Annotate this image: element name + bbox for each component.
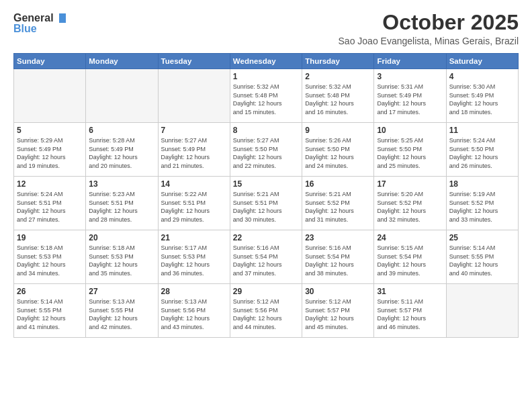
week-row-1: 5Sunrise: 5:29 AM Sunset: 5:49 PM Daylig… bbox=[14, 123, 519, 177]
logo-svg: GeneralBlue bbox=[13, 11, 67, 36]
day-cell: 31Sunrise: 5:11 AM Sunset: 5:57 PM Dayli… bbox=[374, 284, 446, 338]
day-cell: 24Sunrise: 5:15 AM Sunset: 5:54 PM Dayli… bbox=[374, 230, 446, 284]
day-cell: 8Sunrise: 5:27 AM Sunset: 5:50 PM Daylig… bbox=[230, 123, 302, 177]
day-number: 23 bbox=[305, 233, 371, 242]
day-cell: 16Sunrise: 5:21 AM Sunset: 5:52 PM Dayli… bbox=[302, 177, 374, 230]
day-number: 17 bbox=[377, 179, 443, 189]
day-cell: 10Sunrise: 5:25 AM Sunset: 5:50 PM Dayli… bbox=[374, 123, 446, 177]
day-number: 16 bbox=[305, 179, 371, 189]
day-info: Sunrise: 5:15 AM Sunset: 5:54 PM Dayligh… bbox=[377, 244, 443, 277]
week-row-0: 1Sunrise: 5:32 AM Sunset: 5:48 PM Daylig… bbox=[14, 69, 519, 123]
day-cell: 4Sunrise: 5:30 AM Sunset: 5:49 PM Daylig… bbox=[446, 69, 518, 123]
header-cell-sunday: Sunday bbox=[14, 54, 86, 69]
day-cell: 18Sunrise: 5:19 AM Sunset: 5:52 PM Dayli… bbox=[446, 177, 518, 230]
day-number: 14 bbox=[161, 179, 227, 189]
day-info: Sunrise: 5:22 AM Sunset: 5:51 PM Dayligh… bbox=[161, 190, 227, 224]
day-cell: 28Sunrise: 5:13 AM Sunset: 5:56 PM Dayli… bbox=[158, 284, 230, 338]
day-info: Sunrise: 5:14 AM Sunset: 5:55 PM Dayligh… bbox=[17, 298, 83, 331]
month-title: October 2025 bbox=[339, 11, 519, 34]
day-cell: 27Sunrise: 5:13 AM Sunset: 5:55 PM Dayli… bbox=[86, 284, 158, 338]
calendar-table: SundayMondayTuesdayWednesdayThursdayFrid… bbox=[13, 53, 519, 338]
day-cell: 19Sunrise: 5:18 AM Sunset: 5:53 PM Dayli… bbox=[14, 230, 86, 284]
day-info: Sunrise: 5:16 AM Sunset: 5:54 PM Dayligh… bbox=[233, 244, 299, 277]
title-block: October 2025 Sao Joao Evangelista, Minas… bbox=[339, 11, 519, 46]
header-cell-thursday: Thursday bbox=[302, 54, 374, 69]
day-info: Sunrise: 5:31 AM Sunset: 5:49 PM Dayligh… bbox=[377, 83, 443, 116]
day-info: Sunrise: 5:25 AM Sunset: 5:50 PM Dayligh… bbox=[377, 136, 443, 170]
day-info: Sunrise: 5:24 AM Sunset: 5:50 PM Dayligh… bbox=[449, 136, 515, 170]
day-number: 6 bbox=[89, 126, 154, 135]
day-number: 5 bbox=[17, 126, 83, 135]
day-info: Sunrise: 5:17 AM Sunset: 5:53 PM Dayligh… bbox=[161, 244, 227, 277]
day-number: 22 bbox=[233, 233, 299, 242]
day-number: 10 bbox=[377, 126, 443, 135]
day-number: 13 bbox=[89, 179, 154, 189]
day-cell: 11Sunrise: 5:24 AM Sunset: 5:50 PM Dayli… bbox=[446, 123, 518, 177]
calendar-page: GeneralBlue October 2025 Sao Joao Evange… bbox=[0, 0, 532, 411]
day-cell: 22Sunrise: 5:16 AM Sunset: 5:54 PM Dayli… bbox=[230, 230, 302, 284]
header: GeneralBlue October 2025 Sao Joao Evange… bbox=[13, 11, 519, 46]
day-info: Sunrise: 5:12 AM Sunset: 5:57 PM Dayligh… bbox=[305, 298, 371, 331]
day-cell: 21Sunrise: 5:17 AM Sunset: 5:53 PM Dayli… bbox=[158, 230, 230, 284]
week-row-2: 12Sunrise: 5:24 AM Sunset: 5:51 PM Dayli… bbox=[14, 177, 519, 230]
day-cell bbox=[446, 284, 518, 338]
svg-text:Blue: Blue bbox=[13, 23, 37, 34]
day-number: 11 bbox=[449, 126, 515, 135]
day-cell: 6Sunrise: 5:28 AM Sunset: 5:49 PM Daylig… bbox=[86, 123, 158, 177]
day-info: Sunrise: 5:24 AM Sunset: 5:51 PM Dayligh… bbox=[17, 190, 83, 224]
day-number: 19 bbox=[17, 233, 83, 242]
day-info: Sunrise: 5:19 AM Sunset: 5:52 PM Dayligh… bbox=[449, 190, 515, 224]
day-cell: 2Sunrise: 5:32 AM Sunset: 5:48 PM Daylig… bbox=[302, 69, 374, 123]
day-number: 31 bbox=[377, 287, 443, 296]
day-info: Sunrise: 5:20 AM Sunset: 5:52 PM Dayligh… bbox=[377, 190, 443, 224]
day-number: 27 bbox=[89, 287, 154, 296]
location: Sao Joao Evangelista, Minas Gerais, Braz… bbox=[339, 36, 519, 46]
day-number: 9 bbox=[305, 126, 371, 135]
day-cell: 15Sunrise: 5:21 AM Sunset: 5:51 PM Dayli… bbox=[230, 177, 302, 230]
day-cell: 29Sunrise: 5:12 AM Sunset: 5:56 PM Dayli… bbox=[230, 284, 302, 338]
day-cell: 12Sunrise: 5:24 AM Sunset: 5:51 PM Dayli… bbox=[14, 177, 86, 230]
day-cell: 13Sunrise: 5:23 AM Sunset: 5:51 PM Dayli… bbox=[86, 177, 158, 230]
day-cell bbox=[86, 69, 158, 123]
day-number: 18 bbox=[449, 179, 515, 189]
day-info: Sunrise: 5:29 AM Sunset: 5:49 PM Dayligh… bbox=[17, 136, 83, 170]
day-info: Sunrise: 5:13 AM Sunset: 5:55 PM Dayligh… bbox=[89, 298, 154, 331]
day-cell: 20Sunrise: 5:18 AM Sunset: 5:53 PM Dayli… bbox=[86, 230, 158, 284]
day-cell: 14Sunrise: 5:22 AM Sunset: 5:51 PM Dayli… bbox=[158, 177, 230, 230]
day-cell: 3Sunrise: 5:31 AM Sunset: 5:49 PM Daylig… bbox=[374, 69, 446, 123]
day-info: Sunrise: 5:26 AM Sunset: 5:50 PM Dayligh… bbox=[305, 136, 371, 170]
week-row-4: 26Sunrise: 5:14 AM Sunset: 5:55 PM Dayli… bbox=[14, 284, 519, 338]
day-info: Sunrise: 5:23 AM Sunset: 5:51 PM Dayligh… bbox=[89, 190, 154, 224]
day-number: 20 bbox=[89, 233, 154, 242]
day-info: Sunrise: 5:32 AM Sunset: 5:48 PM Dayligh… bbox=[233, 83, 299, 116]
day-cell: 26Sunrise: 5:14 AM Sunset: 5:55 PM Dayli… bbox=[14, 284, 86, 338]
svg-marker-2 bbox=[59, 13, 66, 23]
day-cell: 30Sunrise: 5:12 AM Sunset: 5:57 PM Dayli… bbox=[302, 284, 374, 338]
day-info: Sunrise: 5:21 AM Sunset: 5:51 PM Dayligh… bbox=[233, 190, 299, 224]
day-cell bbox=[14, 69, 86, 123]
day-info: Sunrise: 5:11 AM Sunset: 5:57 PM Dayligh… bbox=[377, 298, 443, 331]
day-cell: 7Sunrise: 5:27 AM Sunset: 5:49 PM Daylig… bbox=[158, 123, 230, 177]
day-number: 15 bbox=[233, 179, 299, 189]
day-info: Sunrise: 5:28 AM Sunset: 5:49 PM Dayligh… bbox=[89, 136, 154, 170]
day-number: 21 bbox=[161, 233, 227, 242]
svg-text:General: General bbox=[13, 12, 54, 24]
day-info: Sunrise: 5:18 AM Sunset: 5:53 PM Dayligh… bbox=[17, 244, 83, 277]
header-cell-wednesday: Wednesday bbox=[230, 54, 302, 69]
day-info: Sunrise: 5:21 AM Sunset: 5:52 PM Dayligh… bbox=[305, 190, 371, 224]
day-number: 3 bbox=[377, 72, 443, 81]
day-cell: 1Sunrise: 5:32 AM Sunset: 5:48 PM Daylig… bbox=[230, 69, 302, 123]
day-cell: 9Sunrise: 5:26 AM Sunset: 5:50 PM Daylig… bbox=[302, 123, 374, 177]
day-cell: 25Sunrise: 5:14 AM Sunset: 5:55 PM Dayli… bbox=[446, 230, 518, 284]
day-number: 26 bbox=[17, 287, 83, 296]
day-info: Sunrise: 5:27 AM Sunset: 5:49 PM Dayligh… bbox=[161, 136, 227, 170]
day-number: 7 bbox=[161, 126, 227, 135]
day-info: Sunrise: 5:18 AM Sunset: 5:53 PM Dayligh… bbox=[89, 244, 154, 277]
day-number: 8 bbox=[233, 126, 299, 135]
week-row-3: 19Sunrise: 5:18 AM Sunset: 5:53 PM Dayli… bbox=[14, 230, 519, 284]
day-number: 30 bbox=[305, 287, 371, 296]
calendar-header: SundayMondayTuesdayWednesdayThursdayFrid… bbox=[14, 54, 519, 69]
day-info: Sunrise: 5:13 AM Sunset: 5:56 PM Dayligh… bbox=[161, 298, 227, 331]
day-number: 24 bbox=[377, 233, 443, 242]
day-info: Sunrise: 5:14 AM Sunset: 5:55 PM Dayligh… bbox=[449, 244, 515, 277]
